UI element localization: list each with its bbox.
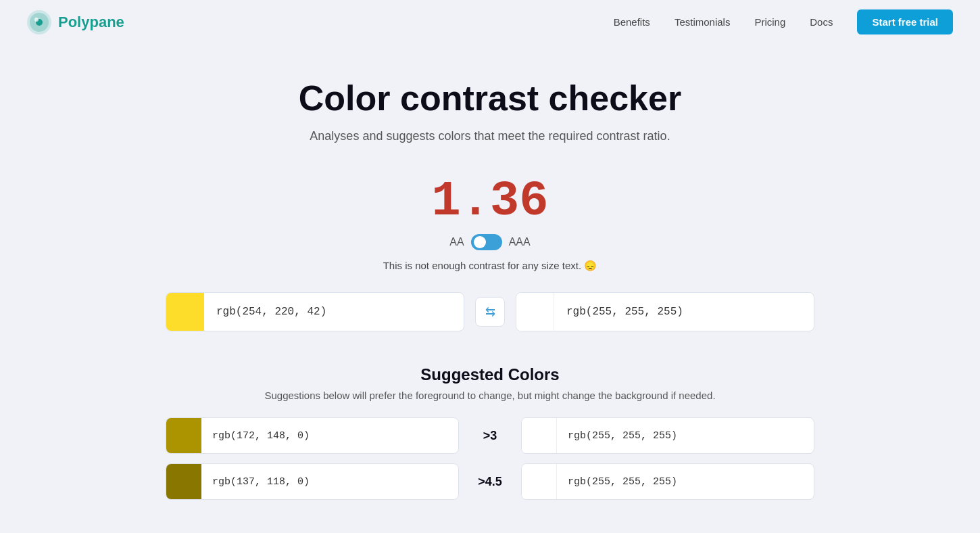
background-swatch [516, 292, 554, 331]
nav-benefits[interactable]: Benefits [614, 16, 650, 28]
suggestion-1-fg-swatch [166, 417, 201, 454]
suggestion-2-fg-box[interactable]: rgb(137, 118, 0) [166, 463, 459, 500]
aa-label: AA [449, 236, 464, 248]
suggested-title: Suggested Colors [420, 365, 559, 384]
logo[interactable]: Polypane [27, 10, 124, 34]
suggestion-2-bg-value: rgb(255, 255, 255) [557, 476, 688, 488]
svg-point-3 [34, 18, 39, 22]
suggestion-1-fg-box[interactable]: rgb(172, 148, 0) [166, 417, 459, 454]
suggestion-2-bg-swatch [522, 463, 557, 500]
header: Polypane Benefits Testimonials Pricing D… [0, 0, 980, 44]
aa-aaa-toggle[interactable] [471, 234, 502, 250]
background-color-value: rgb(255, 255, 255) [554, 306, 695, 318]
toggle-track [471, 234, 502, 250]
logo-text: Polypane [58, 14, 124, 31]
cta-button[interactable]: Start free trial [857, 9, 953, 34]
suggestion-1-bg-swatch [522, 417, 557, 454]
contrast-ratio-value: 1.36 [432, 177, 549, 226]
foreground-color-value: rgb(254, 220, 42) [204, 306, 339, 318]
logo-icon [27, 10, 51, 34]
contrast-section: 1.36 AA AAA This is not enough contrast … [383, 177, 597, 272]
contrast-message: This is not enough contrast for any size… [383, 260, 597, 272]
swap-colors-button[interactable]: ⇆ [475, 297, 505, 327]
suggestion-2-bg-box[interactable]: rgb(255, 255, 255) [521, 463, 814, 500]
suggestion-row-1: rgb(172, 148, 0) >3 rgb(255, 255, 255) [166, 417, 814, 454]
suggested-subtitle: Suggestions below will prefer the foregr… [264, 390, 715, 401]
suggestion-2-fg-value: rgb(137, 118, 0) [201, 476, 320, 488]
nav-testimonials[interactable]: Testimonials [675, 16, 731, 28]
suggestion-2-fg-swatch [166, 463, 201, 500]
suggestion-1-fg-value: rgb(172, 148, 0) [201, 430, 320, 442]
suggestion-1-bg-value: rgb(255, 255, 255) [557, 430, 688, 442]
main-nav: Benefits Testimonials Pricing Docs Start… [614, 9, 953, 34]
main-content: Color contrast checker Analyses and sugg… [0, 44, 980, 533]
foreground-swatch [166, 292, 204, 331]
suggestion-1-ratio: >3 [470, 429, 510, 443]
suggestion-1-bg-box[interactable]: rgb(255, 255, 255) [521, 417, 814, 454]
color-inputs-row: rgb(254, 220, 42) ⇆ rgb(255, 255, 255) [166, 292, 814, 331]
nav-pricing[interactable]: Pricing [754, 16, 785, 28]
aa-aaa-toggle-row: AA AAA [449, 234, 530, 250]
aaa-label: AAA [509, 236, 531, 248]
page-title: Color contrast checker [299, 78, 681, 118]
background-color-input[interactable]: rgb(255, 255, 255) [516, 292, 814, 331]
suggested-colors-section: Suggested Colors Suggestions below will … [166, 365, 814, 509]
foreground-color-input[interactable]: rgb(254, 220, 42) [166, 292, 464, 331]
suggestion-row-2: rgb(137, 118, 0) >4.5 rgb(255, 255, 255) [166, 463, 814, 500]
toggle-thumb [474, 236, 486, 248]
suggestion-2-ratio: >4.5 [470, 475, 510, 489]
page-subtitle: Analyses and suggests colors that meet t… [310, 129, 670, 143]
nav-docs[interactable]: Docs [810, 16, 833, 28]
